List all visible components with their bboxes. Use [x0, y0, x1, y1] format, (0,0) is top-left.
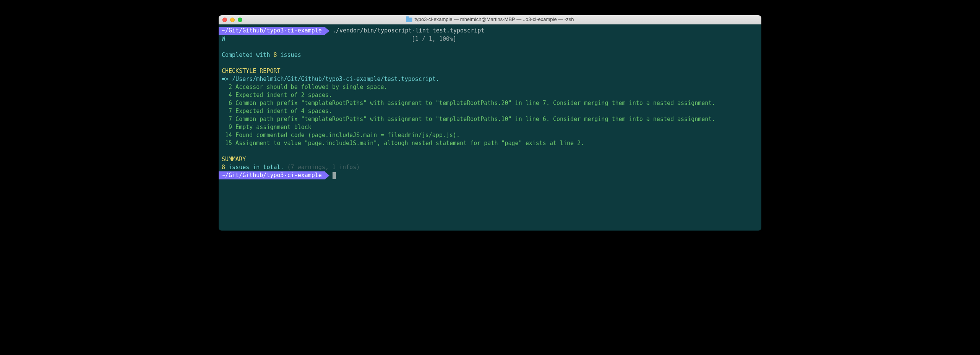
window-title-text: typo3-ci-example — mhelmich@Martins-MBP … [415, 16, 574, 23]
window-titlebar[interactable]: typo3-ci-example — mhelmich@Martins-MBP … [219, 15, 761, 24]
summary-line: 8 issues in total. (7 warnings, 1 infos) [219, 163, 761, 171]
issue-row: 15 Assignment to value "page.includeJS.m… [219, 139, 761, 147]
issue-message: Empty assignment block [232, 124, 312, 131]
issue-message: Assignment to value "page.includeJS.main… [232, 140, 584, 147]
issue-message: Expected indent of 4 spaces. [232, 108, 332, 115]
issue-line-number: 2 [222, 83, 232, 91]
issue-line-number: 9 [222, 123, 232, 131]
issue-line-number: 14 [222, 131, 232, 139]
issue-line-number: 4 [222, 91, 232, 99]
cursor-icon [333, 172, 336, 179]
terminal-body[interactable]: ~/Git/Github/typo3-ci-example ./vendor/b… [219, 24, 761, 231]
issue-message: Common path prefix "templateRootPaths" w… [232, 116, 715, 123]
issue-row: 9 Empty assignment block [219, 123, 761, 131]
prompt-arrow-icon [325, 27, 329, 35]
traffic-lights [222, 18, 242, 22]
issue-row: 6 Common path prefix "templateRootPaths"… [219, 99, 761, 107]
prompt-line-2: ~/Git/Github/typo3-ci-example [219, 171, 761, 179]
summary-header: SUMMARY [219, 155, 761, 163]
issue-line-number: 7 [222, 115, 232, 123]
progress-line: W [1 / 1, 100%] [219, 35, 761, 43]
close-icon[interactable] [222, 18, 227, 22]
window-title: typo3-ci-example — mhelmich@Martins-MBP … [406, 16, 574, 23]
issue-line-number: 15 [222, 139, 232, 147]
checkstyle-header: CHECKSTYLE REPORT [219, 67, 761, 75]
checkstyle-file: => /Users/mhelmich/Git/Github/typo3-ci-e… [219, 75, 761, 83]
prompt-arrow-icon [325, 172, 329, 179]
issue-row: 7 Expected indent of 4 spaces. [219, 107, 761, 115]
issue-line-number: 6 [222, 99, 232, 107]
issue-row: 14 Found commented code (page.includeJS.… [219, 131, 761, 139]
prompt-line-1: ~/Git/Github/typo3-ci-example ./vendor/b… [219, 27, 761, 35]
issue-line-number: 7 [222, 107, 232, 115]
issue-message: Expected indent of 2 spaces. [232, 92, 332, 98]
issues-list: 2 Accessor should be followed by single … [219, 83, 761, 147]
prompt-path: ~/Git/Github/typo3-ci-example [219, 171, 325, 179]
issue-message: Accessor should be followed by single sp… [232, 84, 387, 90]
prompt-path: ~/Git/Github/typo3-ci-example [219, 27, 325, 35]
command-text: ./vendor/bin/typoscript-lint test.typosc… [329, 27, 484, 35]
terminal-window: typo3-ci-example — mhelmich@Martins-MBP … [219, 15, 761, 231]
folder-icon [406, 18, 412, 22]
issue-row: 7 Common path prefix "templateRootPaths"… [219, 115, 761, 123]
issue-message: Found commented code (page.includeJS.mai… [232, 132, 460, 139]
progress-info: [1 / 1, 100%] [412, 35, 456, 43]
completed-line: Completed with 8 issues [219, 51, 761, 59]
progress-marker: W [222, 35, 225, 43]
issue-row: 4 Expected indent of 2 spaces. [219, 91, 761, 99]
issue-row: 2 Accessor should be followed by single … [219, 83, 761, 91]
minimize-icon[interactable] [230, 18, 235, 22]
issue-message: Common path prefix "templateRootPaths" w… [232, 100, 715, 106]
maximize-icon[interactable] [238, 18, 242, 22]
